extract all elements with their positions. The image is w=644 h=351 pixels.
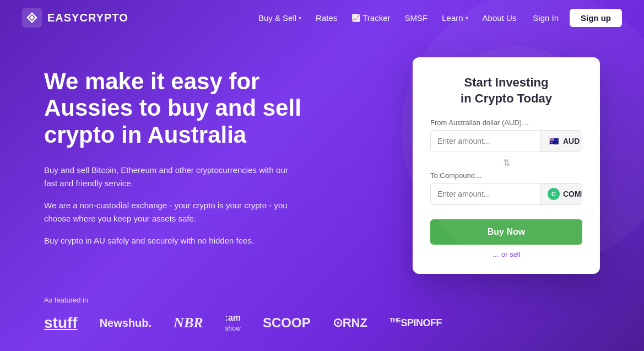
hero-para-2: We are a non-custodial exchange - your c… <box>44 199 297 225</box>
to-input-row: C COMP ▾ <box>430 183 582 205</box>
from-label: From Australian dollar (AUD)… <box>430 118 582 127</box>
chart-icon: 📈 <box>351 14 360 22</box>
featured-section: As featured in stuff Newshub. NBR :amsho… <box>0 285 644 333</box>
hero-text: We make it easy for Aussies to buy and s… <box>44 57 380 256</box>
hero-para-1: Buy and sell Bitcoin, Ethereum and other… <box>44 164 297 190</box>
nav-rates[interactable]: Rates <box>310 10 343 26</box>
hero-para-3: Buy crypto in AU safely and securely wit… <box>44 234 297 247</box>
featured-label: As featured in <box>44 296 600 304</box>
to-label: To Compound… <box>430 171 582 180</box>
comp-icon: C <box>548 188 560 200</box>
logo[interactable]: EASYCRYPTO <box>22 8 128 28</box>
nav-about-us[interactable]: About Us <box>477 10 522 26</box>
nav-links: Buy & Sell ▾ Rates 📈 Tracker SMSF Learn … <box>253 9 622 27</box>
newshub-logo: Newshub. <box>100 317 151 330</box>
nbr-logo: NBR <box>174 315 203 331</box>
invest-card: Start Investing in Crypto Today From Aus… <box>413 57 600 274</box>
nav-tracker[interactable]: 📈 Tracker <box>346 10 396 26</box>
rnz-logo: ⊙RNZ <box>333 316 367 330</box>
nav-learn[interactable]: Learn ▾ <box>436 10 473 26</box>
to-amount-input[interactable] <box>431 183 540 204</box>
or-sell-link[interactable]: … or sell <box>430 250 582 258</box>
buy-now-button[interactable]: Buy Now <box>430 219 582 245</box>
chevron-down-icon: ▾ <box>299 15 301 21</box>
from-currency-select[interactable]: 🇦🇺 AUD ▾ <box>540 131 582 152</box>
hero-section: We make it easy for Aussies to buy and s… <box>0 35 644 285</box>
card-title: Start Investing in Crypto Today <box>430 75 582 106</box>
scoop-logo: SCOOP <box>263 315 311 331</box>
logo-text: EASYCRYPTO <box>47 12 128 24</box>
to-currency-select[interactable]: C COMP ▾ <box>540 183 582 204</box>
aud-flag: 🇦🇺 <box>548 135 560 147</box>
nav-buy-sell[interactable]: Buy & Sell ▾ <box>253 10 307 26</box>
from-amount-input[interactable] <box>431 131 540 152</box>
stuff-logo: stuff <box>44 314 78 332</box>
navbar: EASYCRYPTO Buy & Sell ▾ Rates 📈 Tracker … <box>0 0 644 35</box>
nav-smsf[interactable]: SMSF <box>399 10 434 26</box>
swap-button[interactable]: ⇅ <box>430 158 582 168</box>
chevron-down-icon-learn: ▾ <box>466 15 468 21</box>
signin-button[interactable]: Sign In <box>525 10 566 26</box>
from-input-row: 🇦🇺 AUD ▾ <box>430 130 582 152</box>
spinoff-logo: THESPINOFF <box>389 317 442 329</box>
am-show-logo: :amshow <box>225 313 241 333</box>
signup-button[interactable]: Sign up <box>570 9 622 27</box>
hero-title: We make it easy for Aussies to buy and s… <box>44 68 331 148</box>
swap-arrows-icon: ⇅ <box>503 158 510 168</box>
media-logos: stuff Newshub. NBR :amshow SCOOP ⊙RNZ TH… <box>44 313 600 333</box>
